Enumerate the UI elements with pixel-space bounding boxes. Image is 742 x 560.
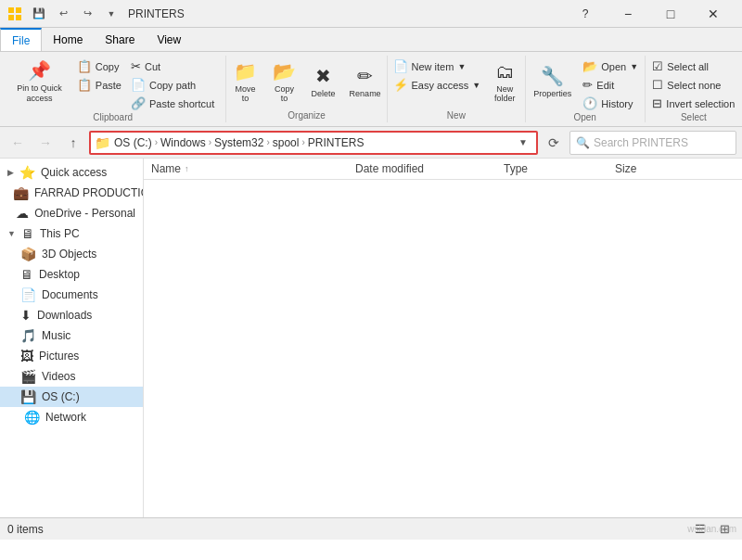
scissors-icon: ✂ bbox=[131, 59, 141, 73]
cut-btn[interactable]: ✂ Cut bbox=[127, 57, 218, 75]
select-none-icon: ☐ bbox=[652, 78, 663, 92]
sidebar-item-onedrive[interactable]: ☁ OneDrive - Personal bbox=[0, 203, 143, 223]
farrad-icon: 💼 bbox=[13, 185, 29, 200]
ribbon-tab-bar: File Home Share View bbox=[0, 28, 742, 52]
new-item-chevron: ▼ bbox=[457, 62, 466, 71]
history-icon: 🕐 bbox=[582, 96, 597, 110]
open-buttons: 🔧 Properties 📂 Open ▼ ✏ Edit 🕐 bbox=[528, 56, 642, 112]
sidebar-item-quick-access[interactable]: ▶ ⭐ Quick access bbox=[0, 162, 143, 183]
qat-dropdown-btn[interactable]: ▼ bbox=[100, 5, 122, 23]
col-header-size[interactable]: Size bbox=[615, 162, 689, 175]
sidebar: ▶ ⭐ Quick access 💼 FARRAD PRODUCTION ☁ O… bbox=[0, 159, 144, 517]
delete-btn[interactable]: ✖ Delete bbox=[305, 56, 342, 108]
file-list-body bbox=[144, 180, 742, 217]
sidebar-item-music[interactable]: 🎵 Music bbox=[0, 325, 143, 346]
edit-icon: ✏ bbox=[582, 78, 593, 92]
tab-view[interactable]: View bbox=[146, 28, 192, 51]
videos-icon: 🎬 bbox=[20, 369, 36, 384]
address-sep-3: › bbox=[266, 137, 269, 147]
qat-redo-btn[interactable]: ↪ bbox=[76, 5, 98, 23]
sidebar-item-pictures[interactable]: 🖼 Pictures bbox=[0, 346, 143, 366]
select-all-icon: ☑ bbox=[652, 59, 663, 73]
address-part-windows[interactable]: Windows bbox=[160, 136, 206, 149]
back-button[interactable]: ← bbox=[6, 131, 30, 155]
sidebar-item-videos[interactable]: 🎬 Videos bbox=[0, 366, 143, 387]
address-part-drive[interactable]: OS (C:) bbox=[114, 136, 152, 149]
network-label: Network bbox=[45, 411, 86, 424]
svg-rect-2 bbox=[8, 15, 14, 20]
new-item-icon: 📄 bbox=[393, 59, 408, 73]
select-none-btn[interactable]: ☐ Select none bbox=[648, 76, 738, 94]
maximize-button[interactable]: □ bbox=[649, 0, 692, 28]
pin-quick-access-btn[interactable]: 📌 Pin to Quick access bbox=[7, 56, 71, 108]
sidebar-item-3d-objects[interactable]: 📦 3D Objects bbox=[0, 244, 143, 264]
tab-home[interactable]: Home bbox=[42, 28, 94, 51]
new-item-btn[interactable]: 📄 New item ▼ bbox=[390, 57, 485, 75]
organize-buttons: 📁 Moveto 📂 Copyto ✖ Delete ✏ Rename bbox=[227, 56, 387, 110]
col-header-name[interactable]: Name ↑ bbox=[151, 162, 355, 175]
address-folder-icon: 📁 bbox=[95, 135, 110, 150]
address-sep-1: › bbox=[155, 137, 158, 147]
address-part-system32[interactable]: System32 bbox=[214, 136, 263, 149]
music-icon: 🎵 bbox=[20, 328, 36, 343]
properties-btn[interactable]: 🔧 Properties bbox=[528, 56, 577, 108]
pictures-label: Pictures bbox=[39, 350, 79, 363]
sidebar-item-desktop[interactable]: 🖥 Desktop bbox=[0, 264, 143, 285]
move-icon: 📁 bbox=[234, 60, 257, 83]
forward-button[interactable]: → bbox=[33, 131, 58, 155]
new-folder-btn[interactable]: 🗂 Newfolder bbox=[486, 56, 523, 108]
address-bar[interactable]: 📁 OS (C:) › Windows › System32 › spool ›… bbox=[89, 131, 538, 155]
sidebar-item-farrad[interactable]: 💼 FARRAD PRODUCTION bbox=[0, 183, 143, 203]
sidebar-item-downloads[interactable]: ⬇ Downloads bbox=[0, 305, 143, 325]
up-button[interactable]: ↑ bbox=[61, 131, 85, 155]
downloads-label: Downloads bbox=[37, 309, 92, 322]
this-pc-icon: 🖥 bbox=[21, 226, 34, 241]
search-bar[interactable]: 🔍 Search PRINTERS bbox=[569, 131, 736, 155]
copy-to-btn[interactable]: 📂 Copyto bbox=[266, 56, 303, 108]
file-area: Name ↑ Date modified Type Size bbox=[144, 159, 742, 517]
easy-access-icon: ⚡ bbox=[393, 78, 408, 92]
easy-access-chevron: ▼ bbox=[472, 81, 480, 90]
sidebar-item-documents[interactable]: 📄 Documents bbox=[0, 285, 143, 305]
documents-icon: 📄 bbox=[20, 287, 36, 302]
watermark: wsidan.com bbox=[687, 524, 736, 534]
history-btn[interactable]: 🕐 History bbox=[579, 95, 642, 112]
paste-icon: 📋 bbox=[77, 78, 92, 92]
refresh-button[interactable]: ⟳ bbox=[542, 131, 566, 155]
address-dropdown-chevron[interactable]: ▼ bbox=[514, 133, 532, 153]
qat-save-btn[interactable]: 💾 bbox=[28, 5, 50, 23]
tab-file[interactable]: File bbox=[0, 28, 42, 51]
sidebar-item-os-c[interactable]: 💾 OS (C:) bbox=[0, 387, 143, 407]
clipboard-buttons: 📌 Pin to Quick access 📋 Copy 📋 Paste bbox=[7, 56, 218, 112]
this-pc-chevron: ▼ bbox=[7, 229, 16, 238]
col-header-type[interactable]: Type bbox=[504, 162, 615, 175]
paste-shortcut-btn[interactable]: 🔗 Paste shortcut bbox=[127, 95, 218, 112]
open-btn[interactable]: 📂 Open ▼ bbox=[579, 57, 642, 75]
col-header-date[interactable]: Date modified bbox=[355, 162, 504, 175]
close-button[interactable]: ✕ bbox=[692, 0, 735, 28]
paste-btn[interactable]: 📋 Paste bbox=[73, 76, 125, 94]
sidebar-item-network[interactable]: 🌐 Network bbox=[0, 407, 143, 427]
help-button[interactable]: ? bbox=[564, 0, 607, 28]
rename-btn[interactable]: ✏ Rename bbox=[344, 56, 387, 108]
address-part-spool[interactable]: spool bbox=[273, 136, 300, 149]
edit-btn[interactable]: ✏ Edit bbox=[579, 76, 642, 94]
copy-path-icon: 📄 bbox=[131, 78, 146, 92]
copy-btn[interactable]: 📋 Copy bbox=[73, 57, 125, 75]
3d-objects-label: 3D Objects bbox=[42, 248, 96, 261]
minimize-button[interactable]: − bbox=[607, 0, 649, 28]
copy-path-btn[interactable]: 📄 Copy path bbox=[127, 76, 218, 94]
select-all-btn[interactable]: ☑ Select all bbox=[648, 57, 738, 75]
tab-share[interactable]: Share bbox=[94, 28, 146, 51]
qat-undo-btn[interactable]: ↩ bbox=[52, 5, 74, 23]
sidebar-item-this-pc[interactable]: ▼ 🖥 This PC bbox=[0, 223, 143, 244]
music-label: Music bbox=[42, 329, 70, 342]
address-parts: OS (C:) › Windows › System32 › spool › P… bbox=[114, 136, 510, 149]
open-chevron: ▼ bbox=[630, 62, 638, 71]
new-folder-icon: 🗂 bbox=[495, 61, 514, 83]
easy-access-btn[interactable]: ⚡ Easy access ▼ bbox=[390, 76, 485, 94]
invert-selection-btn[interactable]: ⊟ Invert selection bbox=[648, 95, 738, 112]
svg-rect-3 bbox=[16, 15, 21, 20]
move-to-btn[interactable]: 📁 Moveto bbox=[227, 56, 264, 108]
address-part-current[interactable]: PRINTERS bbox=[308, 136, 365, 149]
